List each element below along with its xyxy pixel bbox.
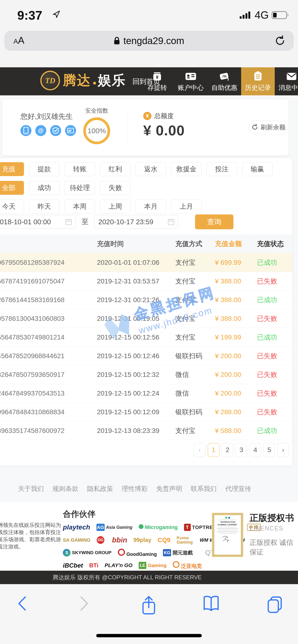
lock-icon: [114, 37, 120, 45]
dragon-logo-icon: TD: [40, 71, 60, 90]
partners-title: 合作伙伴: [63, 509, 95, 520]
col-status: 充值状态: [257, 239, 293, 248]
phone-verified-icon[interactable]: [20, 125, 32, 136]
security-index-label: 安全指数: [85, 107, 108, 114]
partner-logo-kuma-gaming: Kuma Gaming: [177, 536, 193, 544]
order-number: 1267861441583169168: [0, 296, 97, 304]
clock: 9:37: [17, 8, 42, 22]
filter-status-pending[interactable]: 待处理: [65, 181, 95, 195]
back-button[interactable]: [16, 595, 29, 612]
partner-logo-microgaming: Microgaming: [139, 524, 178, 530]
share-button[interactable]: [140, 595, 157, 616]
partner-logo-skywind: SSKYWIND GROUP: [63, 549, 112, 556]
filter-type-bets[interactable]: 投注: [207, 162, 237, 176]
filter-status-all[interactable]: 全部: [0, 181, 24, 195]
home-indicator[interactable]: [96, 634, 202, 637]
type-filter-row: 充值 提款 转账 红利 返水 救援金 投注 输赢: [0, 162, 272, 176]
date-range-row: 2018-10-01 00:00 至 2020-10-17 23:59 查询: [0, 214, 233, 229]
footer-link-agent[interactable]: 代理宣传: [225, 484, 252, 493]
discount-icon: -%: [219, 71, 230, 82]
order-number: 2326478507593650917: [0, 371, 97, 378]
address-bar[interactable]: AA tengda29.com: [4, 31, 294, 51]
partner-logo-kaiyuan: KG開元遊戲: [163, 549, 193, 556]
footer-link-disclaimer[interactable]: 免责声明: [156, 484, 183, 493]
filter-type-bonus[interactable]: 红利: [100, 162, 130, 176]
nav-item-deposit[interactable]: ¥ 存提转: [140, 67, 174, 95]
brand-name-gold: 腾达: [63, 72, 91, 90]
calendar-icon: [168, 218, 174, 225]
filter-type-withdraw[interactable]: 提款: [29, 162, 60, 176]
refresh-balance-button[interactable]: 刷新余额: [249, 120, 288, 134]
partner-logo-playtech: playtech: [63, 524, 90, 531]
footer-link-rules[interactable]: 规则条款: [52, 484, 79, 493]
page-button-1[interactable]: 1: [208, 443, 219, 457]
license-certificate: "INTERACTIVEGAMING LICENSE": [212, 513, 243, 556]
history-card: 充值 提款 转账 红利 返水 救援金 投注 输赢 全部 成功 待处理 失败 今天…: [0, 158, 293, 466]
divider: [128, 109, 128, 145]
status-badge: 已失败: [257, 277, 293, 286]
partner-logo-sa-gaming: SA GAMING: [63, 538, 90, 543]
start-date-input[interactable]: 2018-10-01 00:00: [0, 215, 76, 229]
filter-type-transfer[interactable]: 转账: [65, 162, 95, 176]
filter-date-yesterday[interactable]: 昨天: [29, 200, 60, 214]
page-button-5[interactable]: 5: [263, 443, 275, 457]
nav-item-account-center[interactable]: 账户中心: [174, 67, 208, 95]
signal-icon: [240, 11, 252, 19]
bank-card-icon[interactable]: [65, 125, 76, 136]
footer-link-responsible[interactable]: 理性博彩: [121, 484, 148, 493]
filter-date-this-month[interactable]: 本月: [135, 200, 166, 214]
page-next-button[interactable]: ›: [277, 443, 289, 457]
certificate-title: "INTERACTIVEGAMING LICENSE": [215, 521, 240, 526]
footer-links: 关于我们 规则条款 隐私政策 理性博彩 免责声明 联系我们 代理宣传: [18, 484, 252, 493]
tabs-button[interactable]: [266, 595, 284, 613]
order-number: 3567874191691075047: [0, 278, 97, 285]
table-row: 1267861441583169168 2019-12-31 00:21:26 …: [0, 290, 293, 309]
status-badge: 已成功: [257, 258, 293, 267]
total-balance-label: 总额度: [154, 112, 174, 120]
footer-link-privacy[interactable]: 隐私政策: [87, 484, 113, 493]
partner-logo-asia-gaming: AGAsia Gaming: [96, 524, 132, 531]
filter-type-winloss[interactable]: 输赢: [242, 162, 272, 176]
status-badge: 已成功: [257, 333, 293, 342]
email-verified-icon[interactable]: @: [35, 125, 46, 136]
history-record-icon: [253, 71, 263, 82]
filter-type-recharge[interactable]: 充值: [0, 162, 24, 176]
nav-item-promotions[interactable]: -% 自助优惠: [208, 67, 241, 95]
about-text: 洲领先在线娱乐投注网站为 线投注体验，包括体育投注 娱乐场游戏、彩票老虎机游 投…: [0, 522, 61, 550]
security-verified-icon[interactable]: [50, 125, 61, 136]
page-prev-button[interactable]: ‹: [194, 443, 205, 457]
status-filter-row: 全部 成功 待处理 失败: [0, 181, 130, 195]
mail-icon: [286, 71, 297, 82]
footer-link-contact[interactable]: 联系我们: [190, 484, 217, 493]
filter-status-success[interactable]: 成功: [29, 181, 60, 195]
filter-date-last-week[interactable]: 上周: [100, 200, 130, 214]
filter-date-today[interactable]: 今天: [0, 200, 24, 214]
search-button[interactable]: 查询: [195, 214, 233, 229]
svg-text:¥: ¥: [156, 74, 159, 80]
nav-item-history[interactable]: 历史记录: [241, 67, 275, 95]
order-number: 2246478499370543513: [0, 390, 97, 397]
filter-date-this-week[interactable]: 本周: [65, 200, 95, 214]
order-number: 3396335174587600972: [0, 427, 97, 434]
status-badge: 已失败: [257, 389, 293, 398]
page-button-2[interactable]: 2: [222, 443, 233, 457]
forward-button[interactable]: [78, 595, 90, 612]
end-date-input[interactable]: 2020-10-17 23:59: [94, 215, 178, 229]
order-number: 2096478484310868834: [0, 408, 97, 416]
url-text: tengda29.com: [123, 36, 184, 46]
bookmarks-button[interactable]: [202, 595, 220, 612]
partner-logo-cq9: CQ9: [158, 536, 170, 544]
security-index-gauge: 100%: [83, 118, 110, 144]
filter-date-last-month[interactable]: 上月: [171, 200, 202, 214]
page-button-4[interactable]: 4: [249, 443, 261, 457]
reload-button[interactable]: [275, 35, 285, 48]
signature-lines: [221, 535, 235, 543]
footer-link-about[interactable]: 关于我们: [18, 484, 44, 493]
filter-type-rebate[interactable]: 返水: [135, 162, 166, 176]
nav-item-messages[interactable]: 消息中心: [275, 67, 298, 95]
page-button-3[interactable]: 3: [236, 443, 247, 457]
order-number: 2456478520968844621: [0, 352, 97, 360]
filter-status-failed[interactable]: 失败: [100, 181, 130, 195]
status-badge: 已成功: [257, 426, 293, 435]
filter-type-rescue[interactable]: 救援金: [171, 162, 202, 176]
